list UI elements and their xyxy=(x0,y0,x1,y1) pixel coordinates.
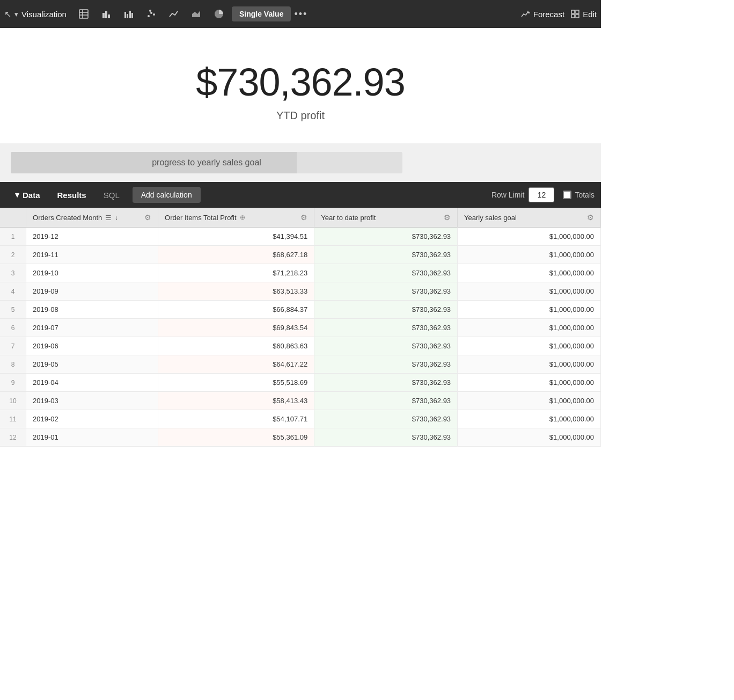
progress-section: progress to yearly sales goal xyxy=(0,143,601,182)
yearly-cell: $1,000,000.00 xyxy=(458,282,601,301)
calculated-icon: ⊕ xyxy=(240,214,245,221)
table-row: 11 2019-02 $54,107.71 $730,362.93 $1,000… xyxy=(0,410,601,428)
table-row: 8 2019-05 $64,617.22 $730,362.93 $1,000,… xyxy=(0,355,601,374)
month-cell: 2019-10 xyxy=(26,264,158,282)
pie-chart-icon-btn[interactable] xyxy=(209,4,229,24)
single-value-btn[interactable]: Single Value xyxy=(232,6,291,21)
row-limit-section: Row Limit xyxy=(491,187,554,202)
yearly-cell: $1,000,000.00 xyxy=(458,301,601,319)
toolbar-left: ↖ ▾ Visualization xyxy=(4,4,518,24)
toolbar-right: Forecast Edit xyxy=(520,9,597,19)
row-num: 4 xyxy=(0,282,26,301)
row-limit-input[interactable] xyxy=(529,187,554,202)
profit-cell: $60,863.63 xyxy=(158,337,314,355)
bar-chart-icon-btn[interactable] xyxy=(97,4,116,24)
svg-rect-6 xyxy=(108,14,110,18)
orders-month-settings-icon[interactable]: ⚙ xyxy=(144,213,151,222)
svg-rect-9 xyxy=(129,11,131,18)
month-cell: 2019-03 xyxy=(26,392,158,410)
svg-rect-0 xyxy=(79,10,88,18)
yearly-cell: $1,000,000.00 xyxy=(458,264,601,282)
month-cell: 2019-05 xyxy=(26,355,158,374)
yearly-cell: $1,000,000.00 xyxy=(458,337,601,355)
month-cell: 2019-06 xyxy=(26,337,158,355)
add-calculation-btn[interactable]: Add calculation xyxy=(133,187,201,203)
row-num: 2 xyxy=(0,246,26,264)
totals-label: Totals xyxy=(575,191,594,199)
svg-rect-10 xyxy=(131,13,133,18)
results-tab[interactable]: Results xyxy=(49,186,95,204)
month-cell: 2019-12 xyxy=(26,228,158,246)
scatter-icon-btn[interactable] xyxy=(142,4,161,24)
data-tab-label: Data xyxy=(23,191,40,200)
total-profit-settings-icon[interactable]: ⚙ xyxy=(300,213,307,222)
svg-point-13 xyxy=(153,13,155,16)
data-tab[interactable]: ▾ Data xyxy=(6,186,49,204)
totals-section: Totals xyxy=(563,191,594,199)
ytd-cell: $730,362.93 xyxy=(314,282,458,301)
month-cell: 2019-01 xyxy=(26,428,158,447)
svg-marker-15 xyxy=(192,11,200,17)
svg-rect-18 xyxy=(571,10,575,13)
ytd-cell: $730,362.93 xyxy=(314,228,458,246)
toolbar: ↖ ▾ Visualization xyxy=(0,0,601,28)
svg-rect-7 xyxy=(124,12,126,18)
edit-btn[interactable]: Edit xyxy=(571,10,597,19)
more-options-btn[interactable]: ••• xyxy=(294,9,307,20)
totals-checkbox[interactable] xyxy=(563,191,571,199)
month-cell: 2019-04 xyxy=(26,374,158,392)
ytd-profit-settings-icon[interactable]: ⚙ xyxy=(444,213,451,222)
row-num: 7 xyxy=(0,337,26,355)
profit-cell: $68,627.18 xyxy=(158,246,314,264)
month-cell: 2019-09 xyxy=(26,282,158,301)
yearly-sales-settings-icon[interactable]: ⚙ xyxy=(587,213,594,222)
line-chart-icon-btn[interactable] xyxy=(164,4,184,24)
yearly-sales-label: Yearly sales goal xyxy=(464,214,517,222)
yearly-cell: $1,000,000.00 xyxy=(458,228,601,246)
table-row: 5 2019-08 $66,884.37 $730,362.93 $1,000,… xyxy=(0,301,601,319)
yearly-cell: $1,000,000.00 xyxy=(458,374,601,392)
total-profit-col-header: Order Items Total Profit ⊕ ⚙ xyxy=(158,208,314,228)
yearly-cell: $1,000,000.00 xyxy=(458,392,601,410)
orders-month-label: Orders Created Month xyxy=(33,214,102,222)
results-tab-label: Results xyxy=(57,191,86,200)
ytd-profit-col-header: Year to date profit ⚙ xyxy=(314,208,458,228)
profit-cell: $71,218.23 xyxy=(158,264,314,282)
profit-cell: $55,518.69 xyxy=(158,374,314,392)
row-num: 5 xyxy=(0,301,26,319)
data-panel-header: ▾ Data Results SQL Add calculation Row L… xyxy=(0,182,601,208)
sql-tab[interactable]: SQL xyxy=(95,186,128,204)
table-row: 6 2019-07 $69,843.54 $730,362.93 $1,000,… xyxy=(0,319,601,337)
month-cell: 2019-07 xyxy=(26,319,158,337)
ytd-cell: $730,362.93 xyxy=(314,392,458,410)
sort-asc-icon: ↓ xyxy=(115,214,118,221)
profit-cell: $58,413.43 xyxy=(158,392,314,410)
grouped-bar-icon-btn[interactable] xyxy=(119,4,138,24)
svg-rect-19 xyxy=(576,10,579,13)
visualization-label: Visualization xyxy=(21,10,67,19)
svg-point-12 xyxy=(150,12,152,14)
profit-cell: $63,513.33 xyxy=(158,282,314,301)
table-icon-btn[interactable] xyxy=(74,4,93,24)
ytd-cell: $730,362.93 xyxy=(314,374,458,392)
svg-point-14 xyxy=(149,10,151,12)
table-header-row: Orders Created Month ☰ ↓ ⚙ Order Items T… xyxy=(0,208,601,228)
main-value: $730,362.93 xyxy=(196,60,405,104)
ytd-cell: $730,362.93 xyxy=(314,264,458,282)
forecast-btn[interactable]: Forecast xyxy=(520,9,564,19)
forecast-label: Forecast xyxy=(533,10,564,19)
row-num: 6 xyxy=(0,319,26,337)
svg-rect-5 xyxy=(105,11,107,18)
table-row: 4 2019-09 $63,513.33 $730,362.93 $1,000,… xyxy=(0,282,601,301)
svg-rect-8 xyxy=(127,14,128,18)
chevron-down-icon: ▾ xyxy=(15,190,19,200)
profit-cell: $64,617.22 xyxy=(158,355,314,374)
area-chart-icon-btn[interactable] xyxy=(187,4,206,24)
cursor-icon: ↖ xyxy=(4,9,11,19)
main-label: YTD profit xyxy=(276,110,325,122)
progress-bar: progress to yearly sales goal xyxy=(11,152,402,173)
yearly-sales-col-header: Yearly sales goal ⚙ xyxy=(458,208,601,228)
profit-cell: $69,843.54 xyxy=(158,319,314,337)
month-cell: 2019-02 xyxy=(26,410,158,428)
row-num: 3 xyxy=(0,264,26,282)
